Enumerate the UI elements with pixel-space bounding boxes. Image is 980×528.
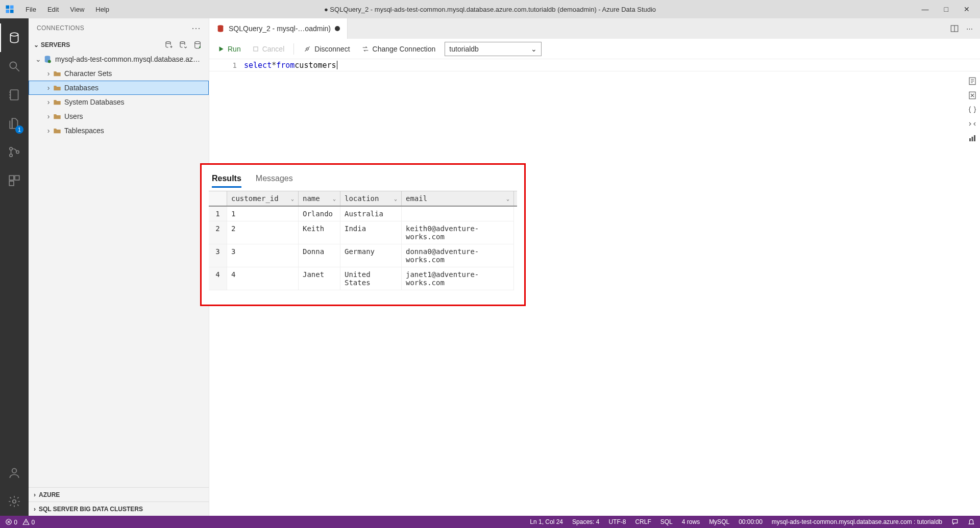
cell: Donna [299, 244, 340, 267]
new-group-icon[interactable] [178, 40, 188, 50]
cell [402, 207, 514, 221]
tree-node-users[interactable]: › Users [29, 109, 209, 123]
tree-node-system-databases[interactable]: › System Databases [29, 95, 209, 109]
disconnect-label: Disconnect [314, 45, 350, 53]
table-row[interactable]: 1 1 Orlando Australia [209, 207, 517, 221]
results-grid[interactable]: customer_id⌄ name⌄ location⌄ email⌄ 1 1 … [209, 191, 517, 290]
tab-label: SQLQuery_2 - mysql-…oadmin) [229, 24, 331, 33]
svg-point-4 [10, 33, 18, 36]
status-spaces[interactable]: Spaces: 4 [572, 518, 599, 525]
minimize-button[interactable]: ― [922, 5, 929, 13]
close-button[interactable]: ✕ [964, 5, 970, 13]
bdc-label: SQL SERVER BIG DATA CLUSTERS [39, 506, 143, 513]
code-editor[interactable]: 1 select * from customers [209, 59, 980, 71]
table-row[interactable]: 3 3 Donna Germany donna0@adventure-works… [209, 244, 517, 267]
chevron-down-icon: ⌄ [333, 196, 336, 202]
status-errors[interactable]: 0 [5, 518, 17, 526]
tree-node-databases[interactable]: › Databases [29, 81, 209, 95]
new-connection-icon[interactable] [164, 40, 174, 50]
database-icon [216, 24, 225, 33]
status-engine[interactable]: MySQL [709, 518, 729, 525]
status-position[interactable]: Ln 1, Col 24 [530, 518, 563, 525]
window-title: ● SQLQuery_2 - mysql-ads-test-common.mys… [324, 6, 656, 13]
run-button[interactable]: Run [215, 44, 243, 54]
activity-notebooks[interactable] [0, 81, 29, 109]
editor-area: SQLQuery_2 - mysql-…oadmin) ⋯ Run Cancel… [209, 18, 980, 516]
svg-point-16 [180, 42, 185, 44]
database-select[interactable]: tutorialdb ⌄ [445, 42, 542, 56]
tab-results[interactable]: Results [212, 174, 241, 188]
servers-section[interactable]: ⌄ SERVERS [34, 41, 70, 48]
col-email[interactable]: email⌄ [402, 191, 514, 206]
activity-extensions[interactable] [0, 166, 29, 195]
activity-search[interactable] [0, 52, 29, 81]
svg-point-5 [10, 62, 16, 68]
status-eol[interactable]: CRLF [635, 518, 651, 525]
menu-help[interactable]: Help [90, 4, 114, 15]
row-header-blank [209, 191, 227, 206]
cell: 2 [227, 221, 299, 244]
server-action-icon[interactable] [192, 40, 203, 50]
activity-account[interactable] [0, 459, 29, 487]
notifications-icon[interactable] [968, 518, 975, 525]
svg-rect-6 [10, 90, 18, 100]
svg-rect-3 [10, 10, 14, 13]
activity-source-control[interactable] [0, 138, 29, 166]
svg-rect-11 [15, 175, 19, 180]
chart-icon[interactable] [968, 134, 977, 143]
sidebar-more-icon[interactable]: ⋯ [191, 22, 201, 34]
status-language[interactable]: SQL [660, 518, 673, 525]
maximize-button[interactable]: □ [944, 5, 948, 13]
tree-node-tablespaces[interactable]: › Tablespaces [29, 123, 209, 138]
svg-point-14 [13, 500, 16, 504]
query-toolbar: Run Cancel Disconnect Change Connection … [209, 39, 980, 59]
menu-edit[interactable]: Edit [42, 4, 64, 15]
status-warnings[interactable]: 0 [22, 518, 35, 526]
row-number: 2 [209, 221, 227, 244]
section-azure[interactable]: › AZURE [29, 487, 209, 501]
table-row[interactable]: 4 4 Janet United States janet1@adventure… [209, 267, 517, 290]
section-bdc[interactable]: › SQL SERVER BIG DATA CLUSTERS [29, 501, 209, 516]
svg-rect-26 [969, 138, 971, 141]
activity-explorer[interactable]: 1 [0, 109, 29, 138]
tree-connection[interactable]: ⌄ mysql-ads-test-common.mysql.database.a… [29, 52, 209, 66]
menu-view[interactable]: View [65, 4, 89, 15]
menu-bar: File Edit View Help [20, 4, 114, 15]
table-row[interactable]: 2 2 Keith India keith0@adventure-works.c… [209, 221, 517, 244]
disconnect-button[interactable]: Disconnect [301, 44, 352, 54]
tab-more-icon[interactable]: ⋯ [966, 25, 973, 33]
chevron-down-icon: ⌄ [394, 196, 397, 202]
chevron-right-icon: › [44, 127, 53, 135]
cancel-button[interactable]: Cancel [250, 44, 287, 54]
export-csv-icon[interactable] [968, 77, 977, 86]
menu-file[interactable]: File [20, 4, 41, 15]
status-time[interactable]: 00:00:00 [739, 518, 763, 525]
svg-rect-23 [254, 46, 258, 51]
folder-icon [53, 127, 61, 134]
keyword: from [276, 61, 295, 70]
explorer-badge: 1 [15, 125, 23, 134]
col-location[interactable]: location⌄ [340, 191, 402, 206]
col-name[interactable]: name⌄ [299, 191, 340, 206]
activity-connections[interactable] [0, 23, 29, 52]
chevron-right-icon: › [44, 84, 53, 92]
tree-node-character-sets[interactable]: › Character Sets [29, 66, 209, 81]
export-xml-icon[interactable] [968, 119, 977, 129]
svg-point-15 [166, 42, 170, 44]
export-excel-icon[interactable] [968, 91, 977, 100]
status-rows[interactable]: 4 rows [682, 518, 700, 525]
azure-label: AZURE [39, 491, 60, 498]
tab-sqlquery2[interactable]: SQLQuery_2 - mysql-…oadmin) [209, 18, 348, 39]
feedback-icon[interactable] [951, 518, 959, 525]
status-encoding[interactable]: UTF-8 [608, 518, 626, 525]
status-connection[interactable]: mysql-ads-test-common.mysql.database.azu… [772, 518, 942, 525]
col-customer-id[interactable]: customer_id⌄ [227, 191, 299, 206]
change-connection-button[interactable]: Change Connection [359, 44, 438, 54]
line-number: 1 [209, 61, 244, 69]
tab-messages[interactable]: Messages [256, 174, 293, 188]
activity-settings[interactable] [0, 487, 29, 516]
split-editor-icon[interactable] [950, 24, 959, 33]
chevron-down-icon: ⌄ [34, 41, 39, 48]
export-json-icon[interactable] [968, 105, 977, 114]
cell: 4 [227, 267, 299, 290]
